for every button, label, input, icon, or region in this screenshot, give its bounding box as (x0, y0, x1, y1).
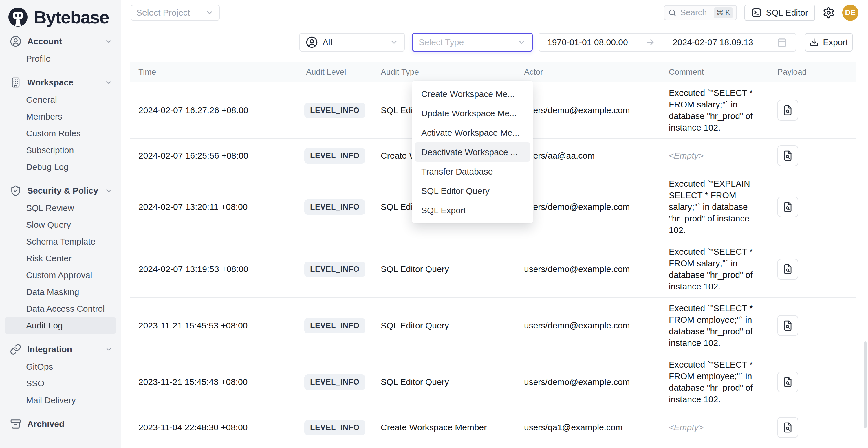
cell-audit-type: SQL Editor Query (372, 372, 515, 392)
payload-view-button[interactable] (777, 259, 798, 280)
sidebar-section-workspace[interactable]: Workspace (5, 73, 116, 91)
sidebar-item-label: Subscription (26, 145, 74, 155)
column-header-payload: Payload (769, 67, 856, 77)
cell-time: 2024-02-07 13:19:53 +08:00 (130, 259, 297, 279)
sidebar-section-security-policy[interactable]: Security & Policy (5, 182, 116, 200)
sidebar: Bytebase AccountProfileWorkspaceGeneralM… (0, 0, 121, 448)
sidebar-item-label: SQL Review (26, 203, 74, 213)
person-circle-icon (306, 36, 318, 48)
sidebar-item-label: Custom Roles (26, 128, 81, 138)
content: All Select Type 1970-01-01 08:00:00 2024… (121, 26, 868, 448)
cell-audit-type: Create Workspace Member (372, 418, 515, 437)
sidebar-item-label: Data Masking (26, 287, 79, 297)
cell-payload (769, 254, 856, 285)
date-range-input[interactable]: 1970-01-01 08:00:00 2024-02-07 18:09:13 (538, 33, 796, 52)
menu-item-create-workspace-me[interactable]: Create Workspace Me... (415, 84, 530, 104)
sql-editor-label: SQL Editor (766, 8, 808, 18)
project-select[interactable]: Select Project (131, 5, 220, 21)
cell-payload (769, 412, 856, 443)
menu-item-sql-export[interactable]: SQL Export (415, 200, 530, 220)
table-row: 2023-11-04 21:26:34 +08:00LEVEL_INFOSQL … (130, 445, 856, 448)
payload-view-button[interactable] (777, 417, 798, 438)
payload-view-button[interactable] (777, 372, 798, 392)
file-search-icon (782, 264, 793, 275)
sidebar-item-general[interactable]: General (5, 91, 116, 108)
settings-gear-icon[interactable] (823, 7, 835, 19)
cell-time: 2023-11-21 15:45:43 +08:00 (130, 372, 297, 392)
sidebar-item-members[interactable]: Members (5, 108, 116, 125)
sidebar-item-slow-query[interactable]: Slow Query (5, 217, 116, 233)
type-filter-placeholder: Select Type (418, 37, 464, 47)
sidebar-item-subscription[interactable]: Subscription (5, 142, 116, 159)
sidebar-section-account[interactable]: Account (5, 32, 116, 50)
sidebar-item-label: Custom Approval (26, 270, 92, 280)
menu-item-update-workspace-me[interactable]: Update Workspace Me... (415, 104, 530, 123)
topbar: Select Project Search ⌘ K SQL Editor (121, 0, 868, 26)
calendar-icon (776, 37, 787, 48)
sidebar-item-profile[interactable]: Profile (5, 50, 116, 67)
sidebar-item-data-access-control[interactable]: Data Access Control (5, 300, 116, 317)
sidebar-item-risk-center[interactable]: Risk Center (5, 250, 116, 267)
column-header-actor: Actor (515, 67, 660, 77)
sidebar-item-data-masking[interactable]: Data Masking (5, 284, 116, 300)
sidebar-item-audit-log[interactable]: Audit Log (5, 317, 116, 334)
sidebar-item-sso[interactable]: SSO (5, 375, 116, 392)
type-filter[interactable]: Select Type (412, 33, 533, 52)
cell-comment: Executed `"SELECT * FROM employee;"` in … (660, 354, 769, 410)
level-badge: LEVEL_INFO (304, 375, 365, 390)
cell-comment: <Empty> (660, 145, 769, 166)
search-input[interactable]: Search ⌘ K (664, 5, 737, 20)
export-button[interactable]: Export (805, 33, 852, 52)
search-placeholder: Search (680, 8, 707, 18)
sidebar-item-schema-template[interactable]: Schema Template (5, 233, 116, 250)
column-header-comment: Comment (660, 67, 769, 77)
sidebar-section-label: Integration (27, 344, 72, 354)
level-badge: LEVEL_INFO (304, 148, 365, 163)
sidebar-item-gitops[interactable]: GitOps (5, 358, 116, 375)
sidebar-section-archived[interactable]: Archived (5, 415, 116, 433)
search-icon (668, 8, 677, 17)
cell-payload (769, 95, 856, 126)
cell-actor: users/demo@example.com (515, 259, 660, 279)
menu-item-sql-editor-query[interactable]: SQL Editor Query (415, 181, 530, 200)
sidebar-item-label: SSO (26, 379, 44, 388)
payload-view-button[interactable] (777, 145, 798, 166)
sidebar-item-mail-delivery[interactable]: Mail Delivery (5, 392, 116, 409)
sql-editor-button[interactable]: SQL Editor (744, 5, 815, 21)
payload-view-button[interactable] (777, 100, 798, 121)
payload-view-button[interactable] (777, 315, 798, 336)
table-row: 2024-02-07 13:19:53 +08:00LEVEL_INFOSQL … (130, 241, 856, 297)
brand-name: Bytebase (34, 7, 109, 28)
chevron-down-icon (390, 38, 398, 46)
cell-comment: Executed `"EXPLAIN SELECT * FROM salary;… (660, 173, 769, 241)
file-search-icon (782, 320, 793, 331)
table-row: 2023-11-04 22:48:30 +08:00LEVEL_INFOCrea… (130, 410, 856, 445)
sidebar-section-integration[interactable]: Integration (5, 340, 116, 358)
sidebar-item-label: Schema Template (26, 237, 96, 247)
column-header-audit-level: Audit Level (297, 67, 372, 77)
sidebar-item-sql-review[interactable]: SQL Review (5, 200, 116, 217)
payload-view-button[interactable] (777, 196, 798, 217)
brand: Bytebase (0, 0, 121, 30)
sidebar-section-label: Workspace (27, 77, 73, 87)
sidebar-item-debug-log[interactable]: Debug Log (5, 159, 116, 175)
cell-audit-type: SQL Editor Query (372, 316, 515, 335)
cell-audit-level: LEVEL_INFO (297, 415, 372, 440)
cell-audit-type: SQL Editor Query (372, 259, 515, 279)
link-icon (10, 344, 22, 355)
sidebar-section-label: Security & Policy (27, 186, 98, 196)
menu-item-transfer-database[interactable]: Transfer Database (415, 162, 530, 181)
date-range-start: 1970-01-01 08:00:00 (547, 37, 628, 47)
menu-item-deactivate-workspace[interactable]: Deactivate Workspace ... (415, 142, 530, 162)
file-search-icon (782, 422, 793, 433)
sidebar-item-label: Slow Query (26, 220, 71, 230)
type-dropdown-menu: Create Workspace Me...Update Workspace M… (412, 81, 533, 223)
chevron-down-icon (517, 38, 526, 46)
menu-item-activate-workspace-me[interactable]: Activate Workspace Me... (415, 123, 530, 142)
avatar[interactable]: DE (842, 5, 859, 21)
scrollbar-thumb[interactable] (864, 342, 867, 428)
file-search-icon (782, 377, 793, 387)
actor-filter[interactable]: All (299, 33, 405, 52)
sidebar-item-custom-roles[interactable]: Custom Roles (5, 125, 116, 142)
sidebar-item-custom-approval[interactable]: Custom Approval (5, 267, 116, 284)
